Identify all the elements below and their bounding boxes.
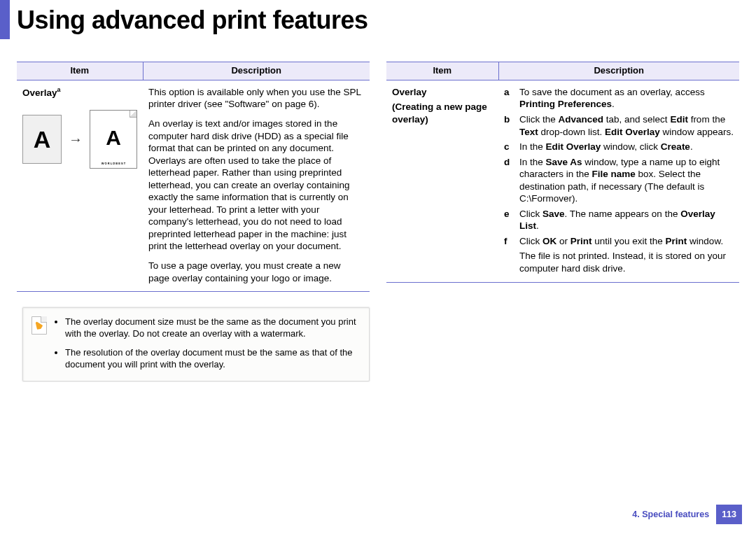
page-footer: 4. Special features 113	[632, 505, 742, 524]
step-content: Click OK or Print until you exit the Pri…	[519, 235, 734, 248]
left-table: Item Description Overlaya A → A	[17, 62, 370, 292]
step-d: d In the Save As window, type a name up …	[504, 156, 734, 205]
note-icon	[31, 316, 47, 335]
description-p3: To use a page overlay, you must create a…	[148, 260, 364, 284]
note-item: The overlay document size must be the sa…	[65, 316, 359, 340]
footnote-marker: a	[57, 86, 61, 93]
item-label: Overlay	[22, 87, 57, 97]
col-header-description: Description	[498, 62, 739, 80]
col-header-description: Description	[143, 62, 370, 80]
description-p2: An overlay is text and/or images stored …	[148, 118, 364, 253]
step-content: To save the document as an overlay, acce…	[519, 86, 734, 111]
note-list: The overlay document size must be the sa…	[54, 316, 359, 371]
page-fold-icon	[130, 111, 136, 118]
col-header-item: Item	[17, 62, 143, 80]
step-e: e Click Save. The name appears on the Ov…	[504, 208, 734, 232]
step-letter: f	[504, 235, 512, 248]
page-title: Using advanced print features	[17, 4, 368, 37]
step-letter: e	[504, 208, 512, 232]
right-table: Item Description Overlay (Creating a new…	[386, 62, 739, 283]
left-column: Item Description Overlaya A → A	[17, 62, 370, 381]
content-columns: Item Description Overlaya A → A	[17, 62, 739, 381]
table-row: Overlay (Creating a new page overlay) a …	[386, 80, 739, 282]
step-letter: c	[504, 141, 512, 153]
diagram-page-plain: A	[22, 115, 62, 164]
item-subtitle-line: overlay)	[392, 113, 493, 126]
accent-tab	[0, 0, 10, 39]
step-f: f Click OK or Print until you exit the P…	[504, 235, 734, 248]
item-cell: Overlay (Creating a new page overlay)	[386, 80, 498, 282]
chapter-label: 4. Special features	[632, 505, 716, 524]
item-subtitle-line: (Creating a new page	[392, 101, 493, 113]
page-number: 113	[716, 505, 742, 524]
overlay-diagram: A → A W O R L D B E S T	[22, 110, 137, 169]
item-cell: Overlaya A → A W O R L D B E S T	[17, 80, 143, 291]
description-cell: a To save the document as an overlay, ac…	[498, 80, 739, 282]
right-column: Item Description Overlay (Creating a new…	[386, 62, 739, 381]
step-letter: d	[504, 156, 512, 205]
steps-list: a To save the document as an overlay, ac…	[504, 86, 734, 275]
step-c: c In the Edit Overlay window, click Crea…	[504, 141, 734, 153]
table-row: Overlaya A → A W O R L D B E S T	[17, 80, 370, 291]
steps-tail: The file is not printed. Instead, it is …	[519, 250, 734, 274]
step-letter: b	[504, 113, 512, 138]
col-header-item: Item	[386, 62, 498, 80]
description-p1: This option is available only when you u…	[148, 86, 364, 111]
step-letter: a	[504, 86, 512, 111]
note-item: The resolution of the overlay document m…	[65, 347, 359, 371]
arrow-right-icon: →	[69, 130, 83, 148]
step-a: a To save the document as an overlay, ac…	[504, 86, 734, 111]
diagram-overlay-letter: A	[106, 113, 121, 162]
diagram-page-overlay: A W O R L D B E S T	[90, 110, 137, 169]
step-content: In the Edit Overlay window, click Create…	[519, 141, 734, 153]
diagram-caption: W O R L D B E S T	[102, 162, 126, 165]
step-b: b Click the Advanced tab, and select Edi…	[504, 113, 734, 138]
description-cell: This option is available only when you u…	[143, 80, 370, 291]
note-box: The overlay document size must be the sa…	[22, 307, 370, 381]
step-content: Click the Advanced tab, and select Edit …	[519, 113, 734, 138]
step-content: Click Save. The name appears on the Over…	[519, 208, 734, 232]
step-content: In the Save As window, type a name up to…	[519, 156, 734, 205]
item-label: Overlay	[392, 86, 493, 99]
